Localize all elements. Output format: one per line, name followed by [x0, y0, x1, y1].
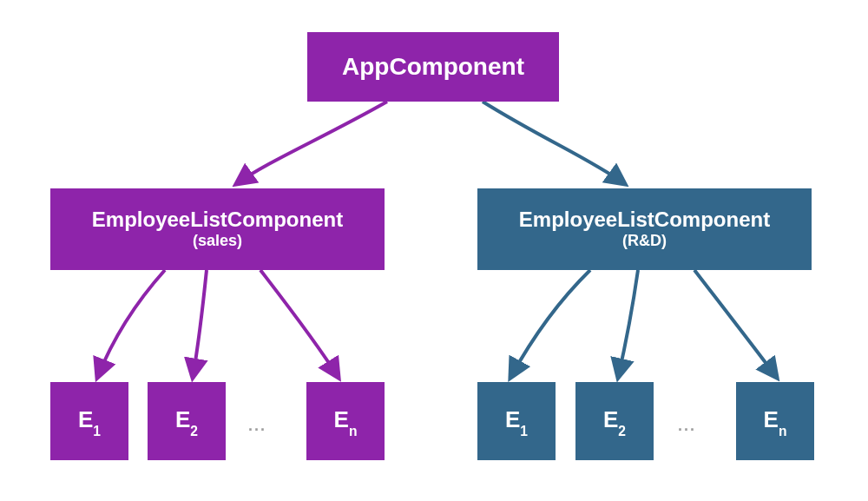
employee-list-sales-subtitle: (sales): [193, 232, 242, 250]
sales-employee-e1-node: E1: [50, 382, 128, 460]
rnd-employee-e1-node: E1: [477, 382, 556, 460]
employee-list-rnd-node: EmployeeListComponent (R&D): [477, 188, 812, 270]
leaf-label: En: [334, 406, 358, 436]
rnd-employee-en-node: En: [736, 382, 814, 460]
sales-employee-en-node: En: [306, 382, 385, 460]
root-component-node: AppComponent: [307, 32, 559, 102]
employee-list-rnd-subtitle: (R&D): [622, 232, 667, 250]
leaf-label: E2: [603, 406, 626, 436]
root-label: AppComponent: [342, 53, 524, 81]
leaf-label: E2: [175, 406, 198, 436]
sales-ellipsis: ...: [248, 417, 266, 435]
leaf-label: E1: [78, 406, 101, 436]
employee-list-sales-title: EmployeeListComponent: [92, 208, 343, 231]
rnd-ellipsis: ...: [678, 417, 696, 435]
leaf-label: E1: [505, 406, 528, 436]
rnd-employee-e2-node: E2: [575, 382, 654, 460]
leaf-label: En: [764, 406, 787, 436]
sales-employee-e2-node: E2: [148, 382, 226, 460]
employee-list-rnd-title: EmployeeListComponent: [519, 208, 770, 231]
employee-list-sales-node: EmployeeListComponent (sales): [50, 188, 385, 270]
